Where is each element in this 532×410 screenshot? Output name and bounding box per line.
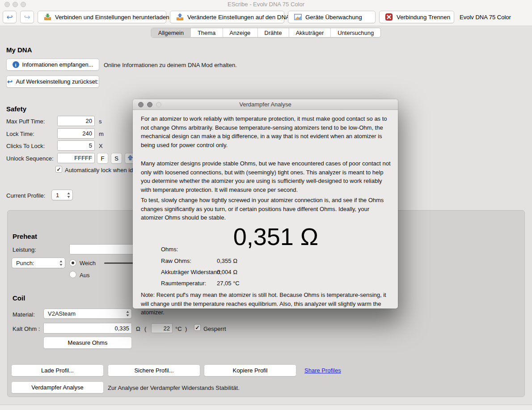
titlebar: EScribe - Evolv DNA 75 Color [0, 0, 532, 8]
forward-arrow-icon: ↪ [24, 13, 30, 21]
unlock-f-label: F [101, 155, 105, 162]
my-dna-heading: My DNA [6, 46, 32, 54]
unlock-sequence-field[interactable] [57, 153, 95, 163]
temp-unit-label: °C [175, 325, 182, 332]
disconnect-button[interactable]: Verbindung Trennen [379, 11, 454, 23]
current-profile-value: 1 [52, 192, 67, 199]
punch-aus-label: Aus [80, 272, 89, 279]
mod-resistance-label: Akkuträger Widerstand: [161, 269, 222, 275]
load-profile-label: Lade Profil... [41, 367, 74, 374]
measure-ohms-label: Measure Ohms [68, 339, 108, 346]
measure-ohms-button[interactable]: Measure Ohms [43, 337, 132, 349]
dialog-note: Note: Recent puf's may mean the atomizer… [141, 291, 391, 317]
atomizer-analysis-caption: Zur Analyse der Verdampfer Widerstands S… [108, 385, 240, 391]
dialog-paragraph-2: Many atomizer designs provide stable Ohm… [141, 159, 391, 194]
tab-untersuchung[interactable]: Untersuchung [331, 28, 380, 37]
tab-draehte[interactable]: Drähte [258, 28, 289, 37]
material-select[interactable]: V2ASteam [43, 309, 132, 319]
tab-allgemein[interactable]: Allgemein [152, 28, 191, 37]
clicks-to-lock-unit: X [99, 143, 103, 149]
device-monitor-button[interactable]: Geräte Überwachung [288, 11, 376, 23]
punch-select[interactable]: Punch: [12, 258, 65, 268]
tab-thema[interactable]: Thema [191, 28, 223, 37]
mod-resistance-value: 0,004 Ω [217, 269, 237, 275]
dialog-body: For an atomizer to work reliably with te… [133, 110, 398, 309]
receive-info-button[interactable]: i Informationen empfangen... [6, 59, 99, 71]
material-label: Material: [13, 311, 35, 318]
lock-time-unit: m [99, 131, 104, 137]
material-select-value: V2ASteam [44, 310, 126, 317]
room-temp-field[interactable] [151, 323, 173, 333]
raw-ohms-value: 0,355 Ω [217, 258, 237, 264]
auto-lock-label: Automatically lock when id [65, 167, 133, 173]
dialog-title: Verdampfer Analyse [133, 101, 398, 108]
lock-time-label: Lock Time: [6, 131, 34, 137]
unlock-f-button[interactable]: F [97, 153, 108, 164]
punch-select-value: Punch: [12, 260, 59, 266]
paren-open-label: ( [144, 325, 146, 332]
save-profile-button[interactable]: Sichere Profil... [108, 364, 200, 376]
upload-settings-icon [176, 13, 184, 21]
max-puff-time-field[interactable] [57, 116, 95, 126]
disconnect-icon [385, 13, 393, 21]
factory-reset-label: Auf Werkseinstellung zurückset: [16, 78, 98, 85]
clicks-to-lock-label: Clicks To Lock: [6, 143, 45, 149]
punch-weich-radio[interactable] [69, 259, 76, 266]
preheat-power-label: Leistung: [13, 246, 36, 253]
coil-heading: Coil [13, 294, 25, 302]
forward-button[interactable]: ↪ [20, 11, 34, 23]
checkmark-icon: ✓ [195, 325, 199, 330]
max-puff-time-label: Max Puff Time: [6, 118, 45, 125]
back-arrow-icon: ↩ [6, 13, 13, 21]
connect-download-settings-label: Verbinden und Einstellungen herunterlade… [55, 14, 169, 21]
back-button[interactable]: ↩ [3, 11, 17, 23]
atomizer-analysis-button[interactable]: Verdampfer Analyse [11, 381, 104, 393]
toolbar: ↩ ↪ Verbinden und Einstellungen herunter… [0, 8, 532, 26]
gesperrt-label: Gesperrt [203, 325, 226, 332]
ohms-reading-value: 0,351 Ω [209, 223, 343, 250]
escribe-window: EScribe - Evolv DNA 75 Color ↩ ↪ Verbind… [0, 0, 532, 410]
punch-weich-label: Weich [80, 260, 96, 266]
download-settings-icon [44, 13, 51, 21]
copy-profile-button[interactable]: Kopiere Profil [204, 364, 296, 376]
dialog-paragraph-3: To test, slowly change how tightly screw… [141, 196, 391, 222]
room-temperature-value: 27,05 °C [217, 280, 240, 287]
stepper-arrows-icon [126, 311, 129, 317]
current-profile-select[interactable]: 1 [51, 190, 73, 200]
settings-tabs: Allgemein Thema Anzeige Drähte Akkuträge… [151, 28, 381, 38]
window-title: EScribe - Evolv DNA 75 Color [0, 1, 532, 8]
punch-aus-radio[interactable] [69, 271, 76, 278]
dialog-titlebar: Verdampfer Analyse [133, 99, 398, 110]
checkmark-icon: ✓ [56, 167, 61, 172]
upload-settings-button[interactable]: Veränderte Einstellungen auf den DNA ü [170, 11, 284, 23]
receive-info-caption: Online Informationen zu deinem DNA Mod e… [104, 62, 237, 68]
load-profile-button[interactable]: Lade Profil... [11, 364, 104, 376]
factory-reset-button[interactable]: ↩ Auf Werkseinstellung zurückset: [6, 76, 99, 88]
ohm-unit-label: Ω [136, 325, 140, 332]
lock-time-field[interactable] [57, 128, 95, 139]
reset-arrow-icon: ↩ [7, 78, 13, 86]
connect-download-settings-button[interactable]: Verbinden und Einstellungen herunterlade… [38, 11, 166, 23]
preheat-heading: Preheat [13, 232, 37, 240]
tab-akkutraeger[interactable]: Akkuträger [289, 28, 331, 37]
gesperrt-checkbox[interactable]: ✓ [194, 324, 201, 331]
save-profile-label: Sichere Profil... [134, 367, 173, 374]
disconnect-label: Verbindung Trennen [397, 14, 450, 21]
stepper-arrows-icon [59, 260, 63, 266]
device-monitor-icon [294, 13, 302, 21]
device-name-label: Evolv DNA 75 Color [460, 14, 511, 21]
tab-anzeige[interactable]: Anzeige [223, 28, 258, 37]
cold-ohm-field[interactable] [43, 323, 132, 334]
share-profiles-link[interactable]: Share Profiles [304, 367, 341, 374]
unlock-s-button[interactable]: S [111, 153, 122, 164]
current-profile-label: Current Profile: [6, 192, 45, 199]
unlock-s-label: S [114, 155, 118, 162]
receive-info-label: Informationen empfangen... [22, 61, 93, 68]
clicks-to-lock-field[interactable] [57, 140, 95, 151]
atomizer-analysis-label: Verdampfer Analyse [31, 384, 83, 391]
copy-profile-label: Kopiere Profil [232, 367, 267, 374]
device-monitor-label: Geräte Überwachung [305, 14, 362, 21]
unlock-sequence-label: Unlock Sequence: [6, 155, 54, 162]
window-bottom-edge [0, 405, 532, 410]
auto-lock-checkbox[interactable]: ✓ [55, 166, 62, 173]
